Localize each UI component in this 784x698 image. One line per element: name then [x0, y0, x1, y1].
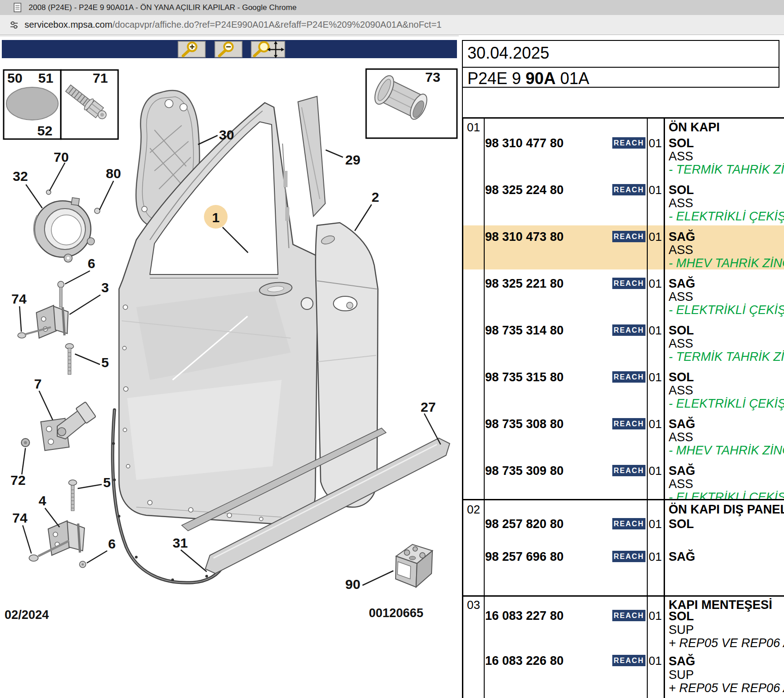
callout-80[interactable]: 80: [106, 166, 121, 181]
zoom-pan-button[interactable]: [251, 41, 285, 58]
desc-line: SAĞ: [669, 230, 784, 244]
reach-badge[interactable]: REACH: [612, 518, 645, 529]
part-number: 98 310 473 80: [485, 230, 564, 244]
desc-line: ASS: [669, 384, 784, 397]
qty-cell: 01: [647, 464, 664, 478]
reach-badge[interactable]: REACH: [612, 610, 645, 621]
callout-74-upper[interactable]: 74: [11, 291, 27, 306]
site-info-icon[interactable]: [9, 20, 19, 30]
desc-line: + REP05 VE REP06 ALI: [669, 682, 784, 695]
part-number: 98 257 820 80: [485, 518, 564, 531]
callout-70[interactable]: 70: [54, 150, 69, 165]
table-row[interactable]: 98 257 696 80 REACH 01 SAĞ: [463, 550, 784, 596]
part-number: 98 735 309 80: [485, 464, 564, 478]
table-row[interactable]: 98 325 221 80 REACH 01 SAĞ ASS - ELEKTRİ…: [463, 277, 784, 323]
desc-line: SOL: [669, 609, 784, 623]
table-row[interactable]: 98 735 314 80 REACH 01 SOL ASS - TERMİK …: [463, 324, 784, 369]
desc-line: - TERMİK TAHRİK ZİNC: [669, 350, 784, 364]
desc-line: ASS: [669, 244, 784, 257]
part-number: 98 735 314 80: [485, 324, 564, 337]
reach-badge[interactable]: REACH: [612, 278, 645, 289]
callout-72[interactable]: 72: [10, 473, 25, 488]
reach-badge[interactable]: REACH: [612, 231, 645, 242]
speaker-ring-part-32: [34, 190, 100, 262]
callout-6-lower[interactable]: 6: [108, 536, 116, 551]
check-strap-part-7: [21, 402, 96, 450]
callout-3[interactable]: 3: [101, 280, 109, 295]
callout-71[interactable]: 71: [93, 70, 108, 85]
desc-line: - MHEV TAHRİK ZİNCİR: [669, 257, 784, 270]
description-cell: SAĞ SUP + REP05 VE REP06 ALI: [669, 654, 784, 695]
header-divider: [463, 67, 779, 68]
callout-31[interactable]: 31: [173, 535, 188, 550]
parts-section-01: 01 ÖN KAPI 98 310 477 80 REACH 01 SOL AS…: [463, 119, 784, 499]
reach-badge[interactable]: REACH: [612, 465, 645, 476]
callout-52[interactable]: 52: [37, 123, 52, 138]
callout-73[interactable]: 73: [425, 70, 440, 85]
description-cell: SAĞ ASS - MHEV TAHRİK ZİNCİR: [669, 418, 784, 457]
callout-74-lower[interactable]: 74: [12, 510, 28, 525]
callout-30[interactable]: 30: [219, 127, 234, 142]
desc-line: SAĞ: [669, 654, 784, 668]
callout-1[interactable]: 1: [212, 210, 220, 225]
window-titlebar: 2008 (P24E) - P24E 9 90A01A - ÖN YANA AÇ…: [0, 0, 784, 15]
url-text[interactable]: servicebox.mpsa.com/docapvpr/affiche.do?…: [25, 20, 442, 30]
column-divider: [664, 597, 665, 698]
desc-line: SOL: [669, 184, 784, 197]
callout-27[interactable]: 27: [421, 399, 436, 414]
column-divider: [664, 119, 665, 499]
callout-32[interactable]: 32: [13, 169, 28, 184]
part-number: 16 083 227 80: [485, 609, 564, 623]
desc-line: SOL: [669, 137, 784, 150]
browser-url-bar[interactable]: servicebox.mpsa.com/docapvpr/affiche.do?…: [0, 15, 784, 35]
callout-5-lower[interactable]: 5: [103, 475, 111, 490]
callout-5-upper[interactable]: 5: [101, 355, 109, 370]
reach-badge[interactable]: REACH: [612, 655, 645, 666]
description-cell: SAĞ ASS - MHEV TAHRİK ZİNCİR: [669, 230, 784, 270]
qty-cell: 01: [647, 609, 664, 623]
item-number: 01: [463, 120, 484, 135]
callout-90[interactable]: 90: [345, 577, 360, 592]
desc-line: SAĞ: [669, 418, 784, 431]
table-row[interactable]: 98 735 315 80 REACH 01 SOL ASS - ELEKTRİ…: [463, 371, 784, 416]
callout-2[interactable]: 2: [372, 189, 379, 204]
desc-line: - ELEKTRİKLİ ÇEKİŞ Zİ: [669, 397, 784, 410]
desc-line: - ELEKTRİKLİ ÇEKİŞ Zİ: [669, 304, 784, 317]
reach-badge[interactable]: REACH: [612, 371, 645, 383]
callout-4[interactable]: 4: [39, 493, 46, 508]
table-row[interactable]: 16 083 227 80 REACH 01 SOL SUP + REP05 V…: [463, 609, 784, 655]
desc-line: SAĞ: [669, 464, 784, 478]
table-row[interactable]: 16 083 226 80 REACH 01 SAĞ SUP + REP05 V…: [463, 654, 784, 698]
desc-line: SOL: [669, 371, 784, 384]
reach-badge[interactable]: REACH: [612, 324, 645, 336]
reach-badge[interactable]: REACH: [612, 418, 645, 429]
callout-51[interactable]: 51: [38, 70, 53, 85]
callout-6-upper[interactable]: 6: [88, 256, 95, 271]
reach-badge[interactable]: REACH: [612, 551, 645, 562]
desc-line: + REP05 VE REP06 ALI: [669, 637, 784, 650]
part-number: 98 735 315 80: [485, 371, 564, 384]
reach-badge[interactable]: REACH: [612, 137, 645, 149]
desc-line: ASS: [669, 150, 784, 163]
table-row-selected[interactable]: 98 310 473 80 REACH 01 SAĞ ASS - MHEV TA…: [463, 230, 784, 276]
table-row[interactable]: 98 735 308 80 REACH 01 SAĞ ASS - MHEV TA…: [463, 418, 784, 463]
description-cell: SAĞ ASS - ELEKTRİKLİ ÇEKİŞ Zİ: [669, 277, 784, 317]
table-row[interactable]: 98 735 309 80 REACH 01 SAĞ ASS - ELEKTRİ…: [463, 464, 784, 499]
callout-29[interactable]: 29: [345, 152, 360, 167]
desc-line: SAĞ: [669, 277, 784, 290]
zoom-in-button[interactable]: [178, 41, 205, 57]
parts-section-02: 02 ÖN KAPI DIŞ PANELİ 98 257 820 80 REAC…: [463, 499, 784, 597]
zoom-out-button[interactable]: [215, 41, 242, 57]
table-row[interactable]: 98 310 477 80 REACH 01 SOL ASS - TERMİK …: [463, 137, 784, 182]
item-number: 02: [463, 503, 484, 517]
section-title: ÖN KAPI: [669, 120, 720, 135]
column-divider: [484, 597, 485, 698]
callout-50[interactable]: 50: [7, 70, 22, 85]
table-row[interactable]: 98 325 224 80 REACH 01 SOL ASS - ELEKTRİ…: [463, 184, 784, 229]
part-number: 98 735 308 80: [485, 418, 564, 431]
diagram-date: 02/2024: [5, 608, 49, 622]
screw-part-74-lower: [29, 555, 38, 561]
callout-7[interactable]: 7: [34, 376, 42, 391]
reach-badge[interactable]: REACH: [612, 184, 645, 195]
catalog-date: 30.04.2025: [467, 44, 549, 63]
